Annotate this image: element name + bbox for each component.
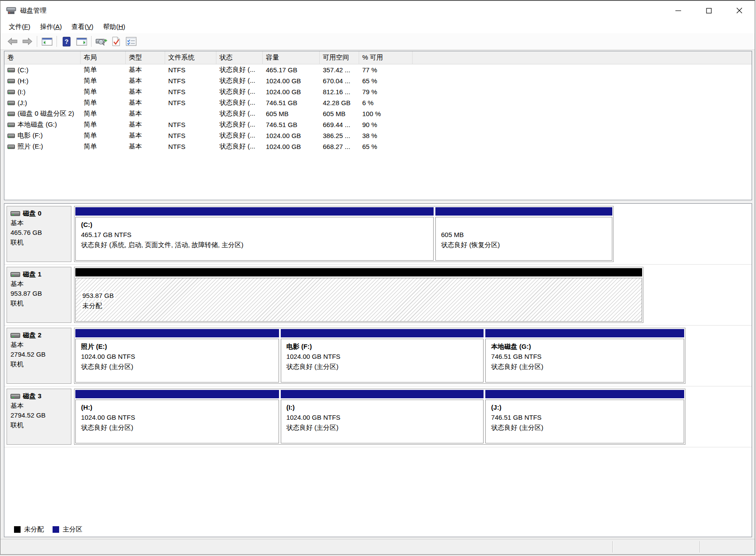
disk-type: 基本 xyxy=(11,401,67,411)
show-action-pane-icon xyxy=(76,37,87,46)
partition[interactable]: (H:)1024.00 GB NTFS状态良好 (主分区) xyxy=(75,390,279,443)
check-document-button[interactable] xyxy=(109,35,124,48)
disk-name: 磁盘 3 xyxy=(23,391,42,401)
partition-size-text: 953.87 GB xyxy=(81,292,115,299)
show-action-pane-button[interactable] xyxy=(74,35,89,48)
volume-row[interactable]: 照片 (E:)简单基本NTFS状态良好 (...1024.00 GB668.27… xyxy=(4,141,752,152)
disk-info-0[interactable]: 磁盘 0基本465.76 GB联机 xyxy=(7,206,71,262)
column-header-status[interactable]: 状态 xyxy=(216,51,263,64)
partition[interactable]: (C:)465.17 GB NTFS状态良好 (系统, 启动, 页面文件, 活动… xyxy=(75,207,434,261)
disk-info-1[interactable]: 磁盘 1基本953.87 GB联机 xyxy=(7,267,71,323)
disk-row-1: 磁盘 1基本953.87 GB联机953.87 GB未分配 xyxy=(4,265,752,326)
partition-legend: 未分配主分区 xyxy=(14,525,82,534)
check-document-icon xyxy=(112,36,120,46)
cell-fs: NTFS xyxy=(165,88,216,96)
volume-name: (C:) xyxy=(18,66,28,74)
svg-text:?: ? xyxy=(65,38,69,45)
column-header-free[interactable]: 可用空间 xyxy=(320,51,359,64)
volume-icon xyxy=(7,122,15,127)
partition-status: 未分配 xyxy=(81,301,636,311)
toolbar-separator xyxy=(57,36,57,47)
cell-layout: 简单 xyxy=(81,66,126,74)
cell-volume: (J:) xyxy=(4,99,81,106)
column-header-capacity[interactable]: 容量 xyxy=(263,51,320,64)
cell-volume: 电影 (F:) xyxy=(4,131,81,140)
disk-size: 2794.52 GB xyxy=(11,350,67,359)
partition[interactable]: (J:)746.51 GB NTFS状态良好 (主分区) xyxy=(485,390,684,443)
partition-name: 电影 (F:) xyxy=(286,341,478,351)
primary-partition-band xyxy=(75,329,279,337)
disk-icon xyxy=(11,272,20,277)
disk-info-2[interactable]: 磁盘 2基本2794.52 GB联机 xyxy=(7,328,71,384)
disk-label: 磁盘 0 xyxy=(11,209,67,218)
menu-file[interactable]: 文件(F) xyxy=(4,21,35,33)
disk-info-3[interactable]: 磁盘 3基本2794.52 GB联机 xyxy=(7,389,71,445)
disk-strip-2: 照片 (E:)1024.00 GB NTFS状态良好 (主分区)电影 (F:)1… xyxy=(74,328,685,384)
checklist-icon xyxy=(126,37,137,46)
partition[interactable]: 照片 (E:)1024.00 GB NTFS状态良好 (主分区) xyxy=(75,329,279,382)
disk-name: 磁盘 1 xyxy=(23,269,42,279)
cell-volume: (磁盘 0 磁盘分区 2) xyxy=(4,110,81,118)
volume-icon xyxy=(7,78,15,84)
column-header-type[interactable]: 类型 xyxy=(126,51,165,64)
disk-size: 953.87 GB xyxy=(11,289,67,298)
checklist-button[interactable] xyxy=(124,35,138,48)
legend-label: 未分配 xyxy=(24,525,44,534)
menu-help[interactable]: 帮助(H) xyxy=(98,21,130,33)
volume-row[interactable]: (C:)简单基本NTFS状态良好 (...465.17 GB357.42 ...… xyxy=(4,64,752,75)
partition-name xyxy=(441,220,607,230)
cell-status: 状态良好 (... xyxy=(216,77,263,85)
cell-volume: 本地磁盘 (G:) xyxy=(4,120,81,129)
show-console-tree-button[interactable] xyxy=(39,35,54,48)
cell-capacity: 746.51 GB xyxy=(263,121,320,128)
panel-splitter[interactable] xyxy=(4,200,752,203)
volume-name: (I:) xyxy=(18,88,25,96)
maximize-button[interactable] xyxy=(693,1,724,20)
cell-volume: (H:) xyxy=(4,77,81,85)
column-header-layout[interactable]: 布局 xyxy=(81,51,126,64)
volume-row[interactable]: 电影 (F:)简单基本NTFS状态良好 (...1024.00 GB386.25… xyxy=(4,130,752,141)
disk-name: 磁盘 0 xyxy=(23,209,42,218)
menu-view[interactable]: 查看(V) xyxy=(67,21,98,33)
partition[interactable]: (I:)1024.00 GB NTFS状态良好 (主分区) xyxy=(281,390,484,443)
close-button[interactable] xyxy=(724,1,755,20)
partition-unallocated[interactable]: 953.87 GB未分配 xyxy=(75,268,642,322)
volume-row[interactable]: (J:)简单基本NTFS状态良好 (...746.51 GB42.28 GB6 … xyxy=(4,97,752,108)
help-button[interactable]: ? xyxy=(59,35,74,48)
volume-row[interactable]: 本地磁盘 (G:)简单基本NTFS状态良好 (...746.51 GB669.4… xyxy=(4,119,752,130)
legend-item: 主分区 xyxy=(53,525,82,534)
back-arrow-button[interactable] xyxy=(5,35,20,48)
partition[interactable]: 电影 (F:)1024.00 GB NTFS状态良好 (主分区) xyxy=(281,329,484,382)
disk-rows: 磁盘 0基本465.76 GB联机(C:)465.17 GB NTFS状态良好 … xyxy=(4,204,752,447)
cell-layout: 简单 xyxy=(81,120,126,129)
disk-state: 联机 xyxy=(11,237,67,247)
disk-name: 磁盘 2 xyxy=(23,330,42,340)
volume-row[interactable]: (H:)简单基本NTFS状态良好 (...1024.00 GB670.04 ..… xyxy=(4,75,752,86)
cell-type: 基本 xyxy=(126,99,165,107)
partition[interactable]: 本地磁盘 (G:)746.51 GB NTFS状态良好 (主分区) xyxy=(485,329,684,382)
disk-management-app-icon xyxy=(6,7,16,14)
partition[interactable]: 605 MB状态良好 (恢复分区) xyxy=(435,207,612,261)
cell-free: 668.27 ... xyxy=(320,143,359,150)
cell-pct: 90 % xyxy=(359,121,413,128)
cell-capacity: 1024.00 GB xyxy=(263,88,320,96)
minimize-button[interactable] xyxy=(663,1,693,20)
rescan-disks-button[interactable] xyxy=(94,35,109,48)
cell-type: 基本 xyxy=(126,120,165,129)
forward-arrow-button[interactable] xyxy=(20,35,35,48)
cell-status: 状态良好 (... xyxy=(216,66,263,74)
partition-name xyxy=(81,280,636,290)
volume-row[interactable]: (I:)简单基本NTFS状态良好 (...1024.00 GB812.16 ..… xyxy=(4,86,752,97)
partition-status: 状态良好 (主分区) xyxy=(491,361,678,372)
column-header-pct[interactable]: % 可用 xyxy=(359,51,413,64)
cell-fs: NTFS xyxy=(165,99,216,106)
column-header-fs[interactable]: 文件系统 xyxy=(165,51,216,64)
volume-row[interactable]: (磁盘 0 磁盘分区 2)简单基本状态良好 (...605 MB605 MB10… xyxy=(4,108,752,119)
volume-icon xyxy=(7,100,15,106)
menu-action[interactable]: 操作(A) xyxy=(35,21,67,33)
cell-type: 基本 xyxy=(126,110,165,118)
cell-pct: 79 % xyxy=(359,88,413,96)
column-header-volume[interactable]: 卷 xyxy=(4,51,81,64)
cell-pct: 77 % xyxy=(359,66,413,74)
partition-size: 1024.00 GB NTFS xyxy=(81,351,273,361)
